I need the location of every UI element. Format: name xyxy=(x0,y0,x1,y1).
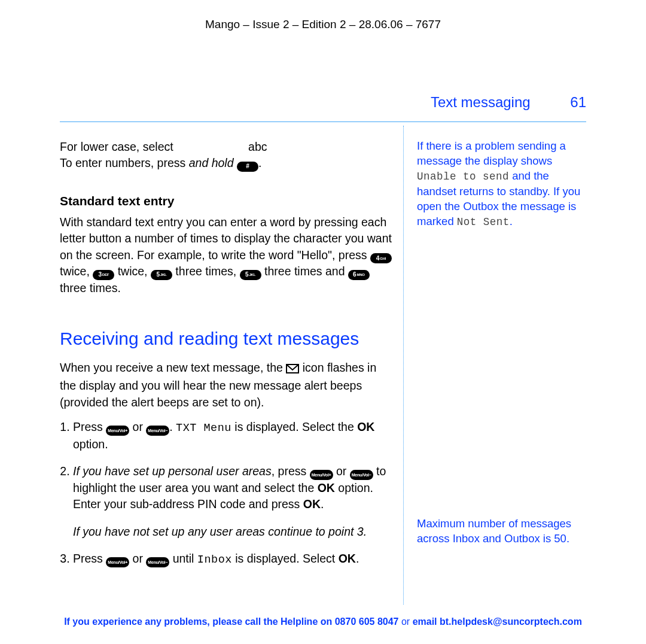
abc-indicator: abc xyxy=(248,139,267,155)
text: . xyxy=(169,420,176,433)
text: or xyxy=(129,552,146,565)
lowercase-line: For lower case, select abc To enter numb… xyxy=(60,139,395,172)
sidebar-note-1: If there is a problem sending a message … xyxy=(417,139,586,229)
text: For lower case, select xyxy=(60,140,173,153)
heading-receiving: Receiving and reading text messages xyxy=(60,326,395,351)
ok-label: OK xyxy=(357,420,374,433)
section-header: Text messaging 61 xyxy=(36,94,610,111)
hash-key-icon: # xyxy=(237,162,258,172)
envelope-icon xyxy=(286,362,299,378)
menu-vol-minus-key-icon: Menu/Vol− xyxy=(146,557,169,567)
step-2-note: If you have not set up any user areas co… xyxy=(73,524,395,540)
subheading-standard: Standard text entry xyxy=(60,192,395,209)
text: . xyxy=(258,156,261,169)
spacer xyxy=(417,253,586,517)
text: is displayed. Select the xyxy=(231,420,357,433)
steps-list: Press Menu/Vol+ or Menu/Vol−. TXT Menu i… xyxy=(60,419,395,568)
key-5-icon: 5JKL xyxy=(240,270,261,280)
text: Press xyxy=(73,552,106,565)
text-italic: If you have set up personal user areas xyxy=(73,464,272,478)
text: If there is a problem sending a message … xyxy=(417,139,566,167)
text: , press xyxy=(272,464,310,478)
text: . xyxy=(356,552,359,565)
key-3-icon: 3DEF xyxy=(93,270,114,280)
ok-label: OK xyxy=(318,481,335,494)
text: To enter numbers, press xyxy=(60,156,189,169)
key-5-icon: 5JKL xyxy=(151,270,172,280)
footer-phone: 0870 605 8047 xyxy=(335,616,399,627)
text: three times, xyxy=(172,265,240,278)
text: When you receive a new text message, the xyxy=(60,361,286,374)
left-column: For lower case, select abc To enter numb… xyxy=(60,122,403,604)
page-footer: If you experience any problems, please c… xyxy=(0,616,646,627)
right-column: If there is a problem sending a message … xyxy=(404,122,586,604)
receiving-para: When you receive a new text message, the… xyxy=(60,360,395,411)
menu-vol-plus-key-icon: Menu/Vol+ xyxy=(106,557,129,567)
menu-vol-plus-key-icon: Menu/Vol+ xyxy=(310,470,333,480)
text: three times and xyxy=(261,265,348,278)
columns: For lower case, select abc To enter numb… xyxy=(60,122,586,604)
doc-header: Mango – Issue 2 – Edition 2 – 28.06.06 –… xyxy=(36,18,610,31)
text: is displayed. Select xyxy=(232,552,339,565)
footer-email: email bt.helpdesk@suncorptech.com xyxy=(413,616,582,627)
text: . xyxy=(510,215,513,227)
ok-label: OK xyxy=(303,497,321,511)
display-text: Not Sent xyxy=(457,216,510,228)
section-title: Text messaging xyxy=(431,94,531,110)
page: Mango – Issue 2 – Edition 2 – 28.06.06 –… xyxy=(0,0,646,644)
footer-text: or xyxy=(399,616,413,627)
text: With standard text entry you can enter a… xyxy=(60,215,392,262)
display-text: Inbox xyxy=(197,554,232,566)
step-1: Press Menu/Vol+ or Menu/Vol−. TXT Menu i… xyxy=(73,419,395,452)
key-6-icon: 6MNO xyxy=(348,270,370,280)
standard-entry-para: With standard text entry you can enter a… xyxy=(60,214,395,296)
text: Press xyxy=(73,420,106,433)
page-number: 61 xyxy=(570,94,586,110)
ok-label: OK xyxy=(339,552,356,565)
text: option. xyxy=(73,438,108,451)
text: three times. xyxy=(60,281,121,294)
key-4-icon: 4GHI xyxy=(370,253,392,263)
step-3: Press Menu/Vol+ or Menu/Vol− until Inbox… xyxy=(73,551,395,568)
text: . xyxy=(321,497,324,511)
sidebar-note-2: Maximum number of messages across Inbox … xyxy=(417,517,586,546)
menu-vol-plus-key-icon: Menu/Vol+ xyxy=(106,426,129,436)
text-italic: and hold xyxy=(189,156,234,169)
menu-vol-minus-key-icon: Menu/Vol− xyxy=(146,426,169,436)
text: or xyxy=(129,420,146,433)
text: twice, xyxy=(114,265,151,278)
footer-text: If you experience any problems, please c… xyxy=(64,616,335,627)
display-text: Unable to send xyxy=(417,171,509,183)
step-2: If you have set up personal user areas, … xyxy=(73,463,395,540)
text: or xyxy=(333,464,350,478)
menu-vol-minus-key-icon: Menu/Vol− xyxy=(350,470,373,480)
text: twice, xyxy=(60,265,93,278)
display-text: TXT Menu xyxy=(176,422,231,435)
text: until xyxy=(169,552,197,565)
